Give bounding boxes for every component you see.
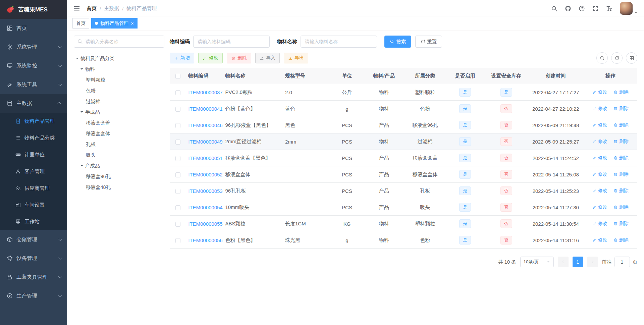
table-row[interactable]: ITEM00000054 10mm吸头 PCS 产品 吸头 是 否 2022-0… <box>170 199 637 216</box>
tree-node-filter-cotton[interactable]: 过滤棉 <box>74 96 164 107</box>
table-row[interactable]: ITEM00000049 2mm直径过滤棉 2mm PCS 物料 过滤棉 是 否… <box>170 133 637 150</box>
row-edit-link[interactable]: 修改 <box>592 237 607 243</box>
row-edit-link[interactable]: 修改 <box>592 89 607 95</box>
row-checkbox[interactable] <box>175 90 180 95</box>
row-checkbox[interactable] <box>175 156 180 161</box>
font-size-icon[interactable] <box>606 5 612 12</box>
material-name-input[interactable] <box>301 36 377 48</box>
row-delete-link[interactable]: 删除 <box>613 221 629 227</box>
tree-node-semi-finished[interactable]: 半成品 <box>74 107 164 117</box>
tree-caret-icon[interactable] <box>74 56 80 61</box>
row-delete-link[interactable]: 删除 <box>613 122 629 128</box>
tree-node-plastic-granule[interactable]: 塑料颗粒 <box>74 74 164 85</box>
sidebar-item-system-management[interactable]: 系统管理 <box>0 38 67 56</box>
tree-node-tip[interactable]: 吸头 <box>74 150 164 160</box>
material-code-link[interactable]: ITEM00000052 <box>188 172 223 177</box>
row-checkbox[interactable] <box>175 140 180 145</box>
table-row[interactable]: ITEM00000052 移液盒盒体 PCS 产品 移液盒盒体 是 否 2022… <box>170 166 637 183</box>
material-code-link[interactable]: ITEM00000037 <box>188 90 223 95</box>
table-row[interactable]: ITEM00000051 移液盒盒盖【黑色】 PCS 产品 移液盒盒盖 是 否 … <box>170 150 637 166</box>
sidebar-item-master-data[interactable]: 主数据 <box>0 94 67 113</box>
column-settings-button[interactable] <box>626 52 637 64</box>
avatar[interactable] <box>620 2 633 15</box>
row-delete-link[interactable]: 删除 <box>613 106 629 112</box>
row-delete-link[interactable]: 删除 <box>613 171 629 177</box>
page-size-select[interactable]: 10条/页 <box>520 257 554 267</box>
category-search-input[interactable] <box>74 36 164 48</box>
row-edit-link[interactable]: 修改 <box>592 171 607 177</box>
row-checkbox[interactable] <box>175 238 180 243</box>
row-edit-link[interactable]: 修改 <box>592 188 607 194</box>
material-code-link[interactable]: ITEM00000051 <box>188 155 223 161</box>
reset-button[interactable]: 重置 <box>415 36 442 48</box>
row-delete-link[interactable]: 删除 <box>613 155 629 161</box>
tree-caret-icon[interactable] <box>79 66 85 72</box>
tree-caret-icon[interactable] <box>79 109 85 115</box>
row-delete-link[interactable]: 删除 <box>613 237 629 243</box>
tree-node-box-48[interactable]: 移液盒48孔 <box>74 182 164 193</box>
sidebar-item-system-monitor[interactable]: 系统监控 <box>0 56 67 75</box>
material-code-link[interactable]: ITEM00000041 <box>188 106 223 112</box>
sidebar-item-customer-management[interactable]: 客户管理 <box>0 163 67 180</box>
tree-node-box-96[interactable]: 移液盒96孔 <box>74 171 164 182</box>
sidebar-item-measure-unit[interactable]: 计量单位 <box>0 146 67 163</box>
refresh-table-button[interactable] <box>611 52 623 64</box>
material-code-link[interactable]: ITEM00000056 <box>188 237 223 243</box>
tree-node-well-plate[interactable]: 孔板 <box>74 139 164 150</box>
table-row[interactable]: ITEM00000055 ABS颗粒 长度1CM KG 物料 塑料颗粒 是 否 … <box>170 216 637 232</box>
material-code-link[interactable]: ITEM00000053 <box>188 188 223 194</box>
breadcrumb-master-data[interactable]: 主数据 <box>104 5 119 12</box>
page-number-button[interactable]: 1 <box>573 257 583 267</box>
search-button[interactable]: 搜索 <box>384 36 411 48</box>
sidebar-item-material-product-category[interactable]: 物料产品分类 <box>0 129 67 146</box>
tree-node-box-lid[interactable]: 移液盒盒盖 <box>74 117 164 128</box>
material-code-link[interactable]: ITEM00000054 <box>188 205 223 210</box>
tab-home[interactable]: 首页 <box>72 18 89 29</box>
breadcrumb-home[interactable]: 首页 <box>87 5 97 12</box>
table-row[interactable]: ITEM00000037 PVC2.0颗粒 2.0 公斤 物料 塑料颗粒 是 是… <box>170 84 637 101</box>
import-button[interactable]: 导入 <box>255 53 280 63</box>
github-icon[interactable] <box>565 5 571 12</box>
tree-node-box-body[interactable]: 移液盒盒体 <box>74 128 164 139</box>
row-edit-link[interactable]: 修改 <box>592 106 607 112</box>
fullscreen-icon[interactable] <box>592 5 599 12</box>
material-code-input[interactable] <box>193 36 270 48</box>
row-delete-link[interactable]: 删除 <box>613 188 629 194</box>
app-logo[interactable]: 苦糖果MES <box>0 0 67 19</box>
tree-node-pigment[interactable]: 色粉 <box>74 85 164 96</box>
row-edit-link[interactable]: 修改 <box>592 155 607 161</box>
row-edit-link[interactable]: 修改 <box>592 221 607 227</box>
user-menu[interactable] <box>620 2 638 15</box>
search-icon[interactable] <box>551 5 557 12</box>
sidebar-item-production-management[interactable]: 生产管理 <box>0 286 67 305</box>
row-checkbox[interactable] <box>175 172 180 177</box>
sidebar-item-workstation[interactable]: 工作站 <box>0 213 67 230</box>
row-edit-link[interactable]: 修改 <box>592 204 607 210</box>
next-page-button[interactable] <box>587 257 598 267</box>
select-all-checkbox[interactable] <box>175 74 180 79</box>
sidebar-item-warehouse-management[interactable]: 仓储管理 <box>0 230 67 249</box>
sidebar-item-system-tools[interactable]: 系统工具 <box>0 75 67 94</box>
row-checkbox[interactable] <box>175 205 180 210</box>
row-delete-link[interactable]: 删除 <box>613 139 629 145</box>
sidebar-item-workshop-settings[interactable]: 车间设置 <box>0 197 67 213</box>
row-checkbox[interactable] <box>175 189 180 194</box>
row-checkbox[interactable] <box>175 107 180 112</box>
sidebar-item-supplier-management[interactable]: 供应商管理 <box>0 180 67 197</box>
tree-node-finished[interactable]: 产成品 <box>74 160 164 171</box>
tab-material-product-management[interactable]: 物料产品管理 × <box>91 18 138 29</box>
tree-node-root[interactable]: 物料及产品分类 <box>74 53 164 64</box>
close-icon[interactable]: × <box>131 21 134 26</box>
help-icon[interactable] <box>579 5 585 12</box>
table-row[interactable]: ITEM00000041 色粉【蓝色】 蓝色 g 物料 色粉 是 否 2022-… <box>170 101 637 117</box>
material-code-link[interactable]: ITEM00000049 <box>188 139 223 145</box>
material-code-link[interactable]: ITEM00000055 <box>188 221 223 227</box>
sidebar-item-home[interactable]: 首页 <box>0 19 67 38</box>
sidebar-item-fixture-management[interactable]: 工装夹具管理 <box>0 268 67 286</box>
table-row[interactable]: ITEM00000056 色粉【黑色】 珠光黑 g 物料 色粉 是 否 2022… <box>170 232 637 249</box>
row-delete-link[interactable]: 删除 <box>613 204 629 210</box>
sidebar-item-material-product-management[interactable]: 物料产品管理 <box>0 113 67 129</box>
row-edit-link[interactable]: 修改 <box>592 122 607 128</box>
table-row[interactable]: ITEM00000053 96孔孔板 PCS 产品 孔板 是 否 2022-05… <box>170 183 637 199</box>
jump-page-input[interactable] <box>614 257 630 267</box>
